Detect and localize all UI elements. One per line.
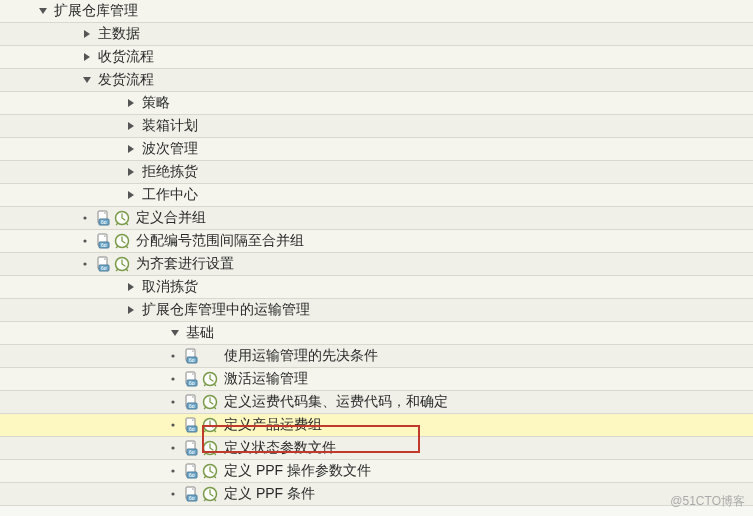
tree-node-label: 取消拣货: [142, 278, 198, 296]
activity-icon: [202, 394, 218, 410]
bullet-icon: [78, 211, 92, 225]
document-icon: [184, 348, 200, 364]
document-icon: [184, 371, 200, 387]
activity-icon: [202, 440, 218, 456]
document-icon: [184, 463, 200, 479]
tree-node[interactable]: 装箱计划: [0, 115, 753, 138]
tree-node[interactable]: 拒绝拣货: [0, 161, 753, 184]
document-icon: [96, 256, 112, 272]
activity-icon: [202, 371, 218, 387]
tree-node[interactable]: 定义运费代码集、运费代码，和确定: [0, 391, 753, 414]
document-icon: [184, 417, 200, 433]
tree-node-label: 定义合并组: [136, 209, 206, 227]
tree-node-label: 使用运输管理的先决条件: [224, 347, 378, 365]
bullet-icon: [166, 487, 180, 501]
tree-node[interactable]: 为齐套进行设置: [0, 253, 753, 276]
config-tree: 扩展仓库管理 主数据 收货流程 发货流程 策略 装箱计划 波次管理 拒绝拣货: [0, 0, 753, 506]
tree-node-label: 分配编号范围间隔至合并组: [136, 232, 304, 250]
tree-node[interactable]: 主数据: [0, 23, 753, 46]
tree-node[interactable]: 基础: [0, 322, 753, 345]
document-icon: [184, 394, 200, 410]
tree-node-label: 装箱计划: [142, 117, 198, 135]
caret-down-icon[interactable]: [168, 326, 182, 340]
tree-node[interactable]: 分配编号范围间隔至合并组: [0, 230, 753, 253]
tree-node[interactable]: 扩展仓库管理中的运输管理: [0, 299, 753, 322]
activity-icon: [114, 210, 130, 226]
tree-node-label: 基础: [186, 324, 214, 342]
bullet-icon: [166, 349, 180, 363]
caret-right-icon[interactable]: [80, 27, 94, 41]
tree-node-label: 波次管理: [142, 140, 198, 158]
tree-node[interactable]: 定义产品运费组: [0, 414, 753, 437]
bullet-icon: [166, 441, 180, 455]
document-icon: [96, 210, 112, 226]
tree-node-label: 发货流程: [98, 71, 154, 89]
activity-icon: [202, 486, 218, 502]
document-icon: [184, 440, 200, 456]
caret-right-icon[interactable]: [124, 303, 138, 317]
watermark: @51CTO博客: [670, 493, 745, 510]
tree-node[interactable]: 扩展仓库管理: [0, 0, 753, 23]
tree-node-label: 扩展仓库管理: [54, 2, 138, 20]
caret-right-icon[interactable]: [80, 50, 94, 64]
tree-node[interactable]: 收货流程: [0, 46, 753, 69]
tree-node[interactable]: 激活运输管理: [0, 368, 753, 391]
tree-node-label: 定义产品运费组: [224, 416, 322, 434]
activity-icon: [202, 463, 218, 479]
caret-down-icon[interactable]: [80, 73, 94, 87]
bullet-icon: [166, 464, 180, 478]
activity-icon: [114, 256, 130, 272]
activity-icon: [114, 233, 130, 249]
tree-node[interactable]: 波次管理: [0, 138, 753, 161]
tree-node[interactable]: 定义合并组: [0, 207, 753, 230]
tree-node[interactable]: 工作中心: [0, 184, 753, 207]
tree-node-label: 工作中心: [142, 186, 198, 204]
tree-node[interactable]: 发货流程: [0, 69, 753, 92]
bullet-icon: [78, 257, 92, 271]
tree-node[interactable]: 取消拣货: [0, 276, 753, 299]
tree-node-label: 扩展仓库管理中的运输管理: [142, 301, 310, 319]
activity-icon: [202, 417, 218, 433]
tree-node-label: 激活运输管理: [224, 370, 308, 388]
tree-node-label: 定义 PPF 操作参数文件: [224, 462, 371, 480]
bullet-icon: [166, 418, 180, 432]
tree-node-label: 收货流程: [98, 48, 154, 66]
bullet-icon: [166, 372, 180, 386]
tree-node-label: 定义状态参数文件: [224, 439, 336, 457]
tree-node-label: 为齐套进行设置: [136, 255, 234, 273]
tree-node-label: 策略: [142, 94, 170, 112]
bullet-icon: [166, 395, 180, 409]
tree-node[interactable]: 定义状态参数文件: [0, 437, 753, 460]
document-icon: [184, 486, 200, 502]
tree-node-label: 拒绝拣货: [142, 163, 198, 181]
tree-node[interactable]: 定义 PPF 条件: [0, 483, 753, 506]
caret-right-icon[interactable]: [124, 280, 138, 294]
tree-node[interactable]: 使用运输管理的先决条件: [0, 345, 753, 368]
tree-node-label: 定义运费代码集、运费代码，和确定: [224, 393, 448, 411]
tree-node-label: 主数据: [98, 25, 140, 43]
bullet-icon: [78, 234, 92, 248]
caret-right-icon[interactable]: [124, 188, 138, 202]
caret-down-icon[interactable]: [36, 4, 50, 18]
tree-node-label: 定义 PPF 条件: [224, 485, 315, 503]
tree-node[interactable]: 策略: [0, 92, 753, 115]
caret-right-icon[interactable]: [124, 165, 138, 179]
caret-right-icon[interactable]: [124, 96, 138, 110]
caret-right-icon[interactable]: [124, 119, 138, 133]
tree-node[interactable]: 定义 PPF 操作参数文件: [0, 460, 753, 483]
caret-right-icon[interactable]: [124, 142, 138, 156]
document-icon: [96, 233, 112, 249]
